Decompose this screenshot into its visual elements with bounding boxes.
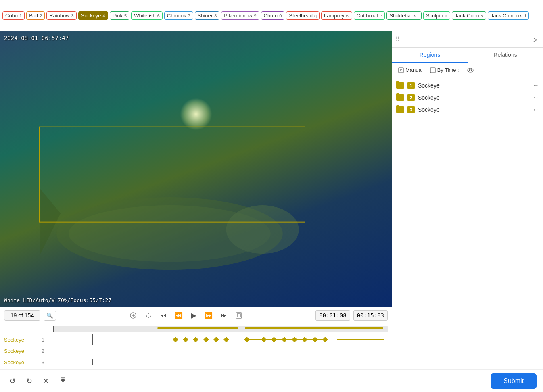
region-num: 3 <box>407 106 415 113</box>
video-container[interactable]: 2024-08-01 06:57:47 White LED/Auto/W:70%… <box>0 31 392 307</box>
tag-key: q <box>314 13 317 18</box>
panel-header: ⠿ ▷ <box>392 31 543 48</box>
tag-steelhead[interactable]: Steelheadq <box>286 11 320 20</box>
main-content: 2024-08-01 06:57:47 White LED/Auto/W:70%… <box>0 31 543 369</box>
folder-icon <box>396 82 404 89</box>
skip-first-button[interactable]: ⏮ <box>158 310 169 321</box>
diamond <box>193 337 198 342</box>
tag-chum[interactable]: Chum0 <box>261 11 285 20</box>
expand-button[interactable] <box>233 310 245 321</box>
tab-relations[interactable]: Relations <box>468 48 543 63</box>
tag-sockeye[interactable]: Sockeye4 <box>78 11 108 20</box>
tag-label: Cutthroat <box>357 13 378 19</box>
tag-jackchinook[interactable]: Jack Chinookd <box>488 11 529 20</box>
settings-button[interactable] <box>56 374 70 388</box>
tag-key: 4 <box>103 13 105 18</box>
tag-label: Sculpin <box>426 13 443 19</box>
svg-point-14 <box>470 69 472 71</box>
diamond <box>223 337 229 342</box>
timeline-tracks: Sockeye 1 <box>4 334 388 368</box>
delete-button[interactable]: ✕ <box>40 374 52 388</box>
tag-key: 5 <box>124 13 127 18</box>
video-panel: 2024-08-01 06:57:47 White LED/Auto/W:70%… <box>0 31 392 369</box>
panel-toolbar: Manual By Time ↕ <box>392 63 543 77</box>
tag-label: Rainbow <box>49 13 70 19</box>
grid-handle-icon: ⠿ <box>395 35 400 43</box>
tag-label: Pink <box>113 13 123 19</box>
svg-rect-9 <box>399 68 403 73</box>
tag-cutthroat[interactable]: Cutthroate <box>354 11 385 20</box>
step-back-button[interactable]: ⏪ <box>172 310 185 321</box>
tag-key: a <box>445 13 447 18</box>
tag-label: Sockeye <box>81 13 101 19</box>
track-line <box>337 339 384 340</box>
track-label-3: Sockeye <box>4 359 36 365</box>
redo-button[interactable]: ↻ <box>23 374 36 388</box>
move-region-button[interactable] <box>142 310 155 321</box>
tag-label: Shiner <box>198 13 213 19</box>
tag-key: 9 <box>254 13 256 18</box>
add-region-button[interactable] <box>127 310 139 321</box>
play-button[interactable]: ▶ <box>188 309 199 321</box>
tag-label: Lamprey <box>324 13 345 19</box>
tag-rainbow[interactable]: Rainbow3 <box>46 11 77 20</box>
region-num: 1 <box>407 82 415 89</box>
track-content-1[interactable] <box>48 334 388 345</box>
track-num-3: 3 <box>36 359 44 365</box>
skip-last-button[interactable]: ⏭ <box>218 310 230 321</box>
track-content-2[interactable] <box>48 345 388 357</box>
expand-panel-button[interactable]: ▷ <box>530 34 540 45</box>
tag-chinook[interactable]: Chinook7 <box>164 11 193 20</box>
tag-sculpin[interactable]: Sculpina <box>423 11 450 20</box>
tag-whitefish[interactable]: Whitefish6 <box>131 11 163 20</box>
visibility-button[interactable] <box>465 67 476 74</box>
sort-icon: ↕ <box>458 68 460 73</box>
region-name: Sockeye <box>418 106 529 113</box>
undo-button[interactable]: ↺ <box>6 374 19 388</box>
tag-pink[interactable]: Pink5 <box>110 11 129 20</box>
tag-stickleback[interactable]: Sticklebackt <box>386 11 422 20</box>
step-forward-button[interactable]: ⏩ <box>202 310 215 321</box>
tag-key: 0 <box>279 13 282 18</box>
playhead-mark <box>92 359 93 365</box>
tag-key: 8 <box>214 13 217 18</box>
by-time-label: By Time <box>437 67 456 73</box>
tag-coho[interactable]: Coho1 <box>2 11 25 20</box>
zoom-button[interactable]: 🔍 <box>44 311 56 321</box>
tag-label: Stickleback <box>389 13 416 19</box>
track-row-3: Sockeye 3 <box>4 357 388 368</box>
region-list: 1 Sockeye ↔ 2 Sockeye ↔ 3 Sockeye ↔ <box>392 77 543 369</box>
manual-button[interactable]: Manual <box>396 66 425 74</box>
folder-icon <box>396 94 404 101</box>
tag-jackcoho[interactable]: Jack Cohos <box>452 11 486 20</box>
by-time-button[interactable]: By Time ↕ <box>428 66 462 74</box>
arrow-icon: ↔ <box>533 94 539 101</box>
tag-label: Pikeminnow <box>224 13 252 19</box>
tag-bull[interactable]: Bull2 <box>26 11 45 20</box>
tag-key: t <box>418 13 419 18</box>
diamond <box>183 337 188 342</box>
tab-regions[interactable]: Regions <box>392 48 468 63</box>
folder-icon <box>396 106 404 113</box>
track-label-2: Sockeye <box>4 348 36 354</box>
tag-shiner[interactable]: Shiner8 <box>195 11 220 20</box>
tag-key: e <box>380 13 382 18</box>
submit-button[interactable]: Submit <box>491 373 537 389</box>
svg-rect-12 <box>430 68 435 73</box>
tag-lamprey[interactable]: Lampreyw <box>321 11 352 20</box>
diamond <box>213 337 219 342</box>
frame-counter[interactable]: 19 of 154 <box>4 310 40 321</box>
tag-key: 3 <box>71 13 74 18</box>
region-item-3[interactable]: 3 Sockeye ↔ <box>392 104 543 116</box>
tag-label: Chum <box>264 13 278 19</box>
tag-pikeminnow[interactable]: Pikeminnow9 <box>221 11 259 20</box>
tag-label: Steelhead <box>289 13 313 19</box>
region-item-2[interactable]: 2 Sockeye ↔ <box>392 92 543 104</box>
tag-key: d <box>524 13 526 18</box>
scrubber-bar[interactable] <box>4 326 388 332</box>
video-timestamp: 2024-08-01 06:57:47 <box>4 35 69 41</box>
track-content-3[interactable] <box>48 357 388 368</box>
region-item-1[interactable]: 1 Sockeye ↔ <box>392 79 543 92</box>
tag-label: Coho <box>5 13 18 19</box>
total-time: 00:15:03 <box>353 310 388 321</box>
